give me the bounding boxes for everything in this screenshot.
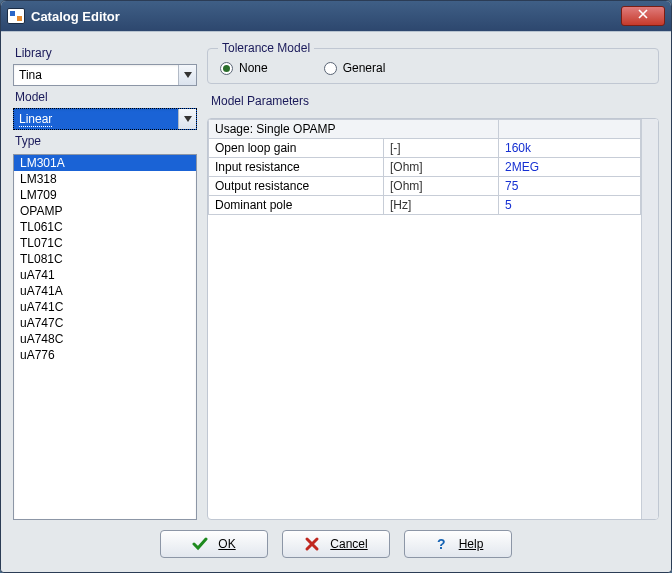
left-panel: Library Tina Model Linear Type LM301ALM3… <box>13 42 197 520</box>
type-label: Type <box>15 134 197 148</box>
close-icon <box>638 9 648 19</box>
button-bar: OK Cancel ? Help <box>13 520 659 562</box>
param-name: Open loop gain <box>209 139 384 158</box>
close-button[interactable] <box>621 6 665 26</box>
blank-header <box>499 120 641 139</box>
list-item[interactable]: uA747C <box>14 315 196 331</box>
radio-none-label: None <box>239 61 268 75</box>
list-item[interactable]: TL081C <box>14 251 196 267</box>
ok-button[interactable]: OK <box>160 530 268 558</box>
help-label: Help <box>459 537 484 551</box>
library-combo[interactable]: Tina <box>13 64 197 86</box>
list-item[interactable]: uA776 <box>14 347 196 363</box>
list-item[interactable]: LM709 <box>14 187 196 203</box>
param-unit: [Ohm] <box>384 177 499 196</box>
titlebar: Catalog Editor <box>1 1 671 31</box>
help-button[interactable]: ? Help <box>404 530 512 558</box>
tolerance-model-group: Tolerance Model None General <box>207 48 659 84</box>
cancel-button[interactable]: Cancel <box>282 530 390 558</box>
model-parameters-panel: Usage: Single OPAMP Open loop gain[-]160… <box>207 118 659 520</box>
param-value[interactable]: 160k <box>499 139 641 158</box>
type-listbox[interactable]: LM301ALM318LM709OPAMPTL061CTL071CTL081Cu… <box>13 154 197 520</box>
list-item[interactable]: LM318 <box>14 171 196 187</box>
model-combo[interactable]: Linear <box>13 108 197 130</box>
chevron-down-icon <box>178 65 196 85</box>
cancel-label: Cancel <box>330 537 367 551</box>
help-icon: ? <box>433 536 449 552</box>
param-value[interactable]: 75 <box>499 177 641 196</box>
app-icon <box>7 8 25 24</box>
radio-icon <box>324 62 337 75</box>
catalog-editor-window: Catalog Editor Library Tina Model Linear <box>0 0 672 573</box>
param-unit: [Ohm] <box>384 158 499 177</box>
svg-text:?: ? <box>437 536 446 552</box>
usage-header: Usage: Single OPAMP <box>209 120 499 139</box>
radio-icon <box>220 62 233 75</box>
vertical-scrollbar[interactable] <box>641 119 658 519</box>
window-title: Catalog Editor <box>31 9 120 24</box>
table-row[interactable]: Dominant pole[Hz]5 <box>209 196 658 215</box>
param-unit: [-] <box>384 139 499 158</box>
model-parameters-label: Model Parameters <box>211 94 659 108</box>
model-label: Model <box>15 90 197 104</box>
cross-icon <box>304 536 320 552</box>
right-panel: Tolerance Model None General Model Param… <box>207 42 659 520</box>
client-area: Library Tina Model Linear Type LM301ALM3… <box>1 31 671 572</box>
check-icon <box>192 536 208 552</box>
radio-general[interactable]: General <box>324 61 386 75</box>
list-item[interactable]: LM301A <box>14 155 196 171</box>
library-value: Tina <box>19 68 42 82</box>
tolerance-legend: Tolerance Model <box>218 41 314 55</box>
parameters-table[interactable]: Usage: Single OPAMP Open loop gain[-]160… <box>208 119 658 215</box>
list-item[interactable]: OPAMP <box>14 203 196 219</box>
list-item[interactable]: uA741C <box>14 299 196 315</box>
radio-none[interactable]: None <box>220 61 268 75</box>
param-unit: [Hz] <box>384 196 499 215</box>
list-item[interactable]: uA748C <box>14 331 196 347</box>
radio-general-label: General <box>343 61 386 75</box>
chevron-down-icon <box>178 109 196 129</box>
table-row[interactable]: Open loop gain[-]160k <box>209 139 658 158</box>
library-label: Library <box>15 46 197 60</box>
list-item[interactable]: uA741A <box>14 283 196 299</box>
param-value[interactable]: 5 <box>499 196 641 215</box>
table-row[interactable]: Output resistance[Ohm]75 <box>209 177 658 196</box>
list-item[interactable]: TL061C <box>14 219 196 235</box>
table-row[interactable]: Input resistance[Ohm]2MEG <box>209 158 658 177</box>
list-item[interactable]: uA741 <box>14 267 196 283</box>
ok-label: OK <box>218 537 235 551</box>
param-name: Input resistance <box>209 158 384 177</box>
param-value[interactable]: 2MEG <box>499 158 641 177</box>
model-value: Linear <box>19 112 52 127</box>
param-name: Dominant pole <box>209 196 384 215</box>
list-item[interactable]: TL071C <box>14 235 196 251</box>
param-name: Output resistance <box>209 177 384 196</box>
